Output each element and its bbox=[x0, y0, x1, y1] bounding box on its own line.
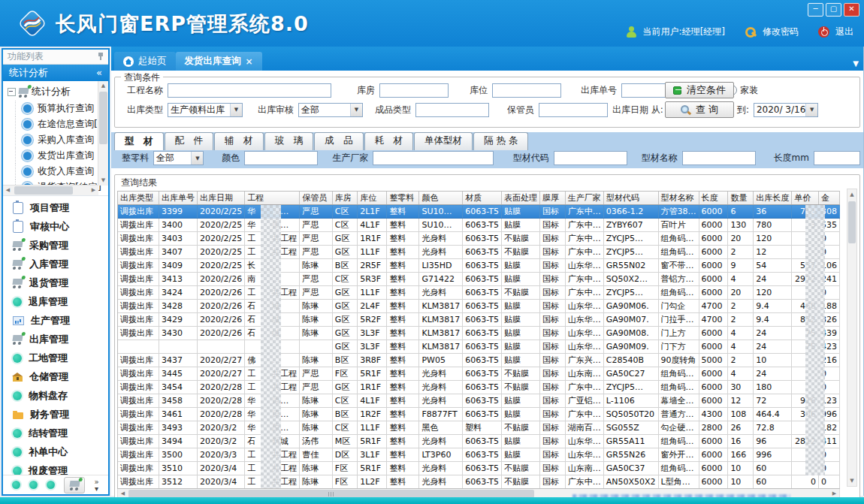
material-tab[interactable]: 耗 材 bbox=[364, 132, 414, 150]
collapse-icon[interactable]: « bbox=[96, 65, 102, 81]
scroll-left-icon[interactable]: ◀ bbox=[3, 186, 13, 195]
column-header[interactable]: 保管员 bbox=[300, 192, 333, 205]
material-tab[interactable]: 成 品 bbox=[314, 132, 364, 150]
table-row[interactable]: 调拨出库34612020/2/28华原…陈琳B区1R2F整料F8877FT606… bbox=[118, 408, 840, 421]
logout-link[interactable]: 退出 bbox=[835, 26, 853, 38]
scrollbar-thumb[interactable] bbox=[99, 92, 107, 144]
table-row[interactable]: 调拨出库34942020/3/2石辉城汤伟M区5R1F整料光身料6063-T5贴… bbox=[118, 435, 840, 448]
change-password-link[interactable]: 修改密码 bbox=[763, 26, 799, 38]
column-header[interactable]: 生产厂家 bbox=[565, 192, 603, 205]
scroll-up-icon[interactable]: ▲ bbox=[98, 81, 108, 91]
sidebar-item[interactable]: 采购管理 bbox=[3, 236, 108, 255]
menu-overflow-button[interactable]: »▾ bbox=[94, 478, 98, 492]
table-row[interactable]: 调拨出库34292020/2/26石城陈琳G区5R2F整料KLM38176063… bbox=[118, 313, 840, 327]
profile-name-input[interactable] bbox=[682, 151, 756, 165]
table-row[interactable]: 调拨出库34242020/2/26工共工程严思G区1L1F整料光身料6063-T… bbox=[118, 286, 840, 300]
scroll-right-icon[interactable]: ▶ bbox=[89, 186, 98, 195]
tab-shipment-query[interactable]: 发货出库查询 × bbox=[176, 52, 262, 71]
sidebar-item[interactable]: 出库管理 bbox=[3, 330, 108, 349]
tree-root-node[interactable]: 统计分析 bbox=[8, 84, 108, 99]
table-row[interactable]: 调拨出库35102020/3/4工共工程陈琳F区5R1F整料光身料6063-T5… bbox=[118, 462, 840, 475]
scroll-up-icon[interactable]: ▲ bbox=[847, 189, 856, 200]
product-type-input[interactable] bbox=[415, 103, 489, 117]
material-tab[interactable]: 单体型材 bbox=[414, 132, 473, 150]
sidebar-item[interactable]: 项目管理 bbox=[3, 198, 108, 217]
material-tab[interactable]: 配 件 bbox=[165, 132, 214, 150]
module-dot-icon[interactable] bbox=[29, 481, 38, 489]
whole-piece-select[interactable]: 全部▼ bbox=[153, 151, 204, 165]
module-cart-button[interactable] bbox=[64, 477, 85, 493]
outbound-audit-select[interactable]: 全部▼ bbox=[298, 103, 363, 117]
keeper-input[interactable] bbox=[539, 103, 608, 117]
length-input[interactable] bbox=[814, 151, 860, 165]
location-input[interactable] bbox=[492, 83, 561, 98]
tree-expander-icon[interactable] bbox=[8, 88, 16, 96]
table-row[interactable]: 调拨出库34092020/2/25长…陈琳B区2R5F整料LI35HD6063-… bbox=[118, 259, 840, 273]
table-row[interactable]: G区3L3F整料KLM38176063-T5贴膜国标山东华…GA90M09.门下… bbox=[118, 340, 840, 354]
search-button[interactable]: 查 询 bbox=[665, 101, 734, 118]
column-header[interactable]: 长度 bbox=[699, 192, 728, 205]
clear-conditions-button[interactable]: 清空条件 bbox=[665, 82, 734, 98]
tree-item[interactable]: 退库管理[待定 bbox=[15, 195, 108, 196]
pin-icon[interactable] bbox=[98, 53, 104, 60]
sidebar-item[interactable]: 结转管理 bbox=[3, 424, 108, 442]
module-dot-icon[interactable] bbox=[12, 481, 20, 489]
column-header[interactable]: 单价 bbox=[792, 192, 819, 205]
date-to-select[interactable]: 2020/ 3/16▼ bbox=[754, 103, 818, 117]
module-dot-icon[interactable] bbox=[47, 481, 55, 489]
project-name-input[interactable] bbox=[168, 83, 331, 98]
tree-item[interactable]: 在途信息查询[待 bbox=[15, 116, 108, 132]
minimize-button[interactable]: ─ bbox=[808, 3, 823, 17]
scrollbar-thumb[interactable] bbox=[848, 201, 856, 243]
tree-item[interactable]: 采购入库查询 bbox=[15, 132, 108, 148]
column-header[interactable]: 材质 bbox=[463, 192, 502, 205]
tree-item[interactable]: 预算执行查询 bbox=[15, 101, 108, 116]
column-header[interactable]: 出库日期 bbox=[197, 192, 244, 205]
column-header[interactable]: 金 bbox=[818, 192, 839, 205]
sidebar-item[interactable]: 生产管理 bbox=[3, 311, 108, 330]
column-header[interactable]: 颜色 bbox=[419, 192, 463, 205]
table-row[interactable]: 调拨出库34372020/2/27佛…陈琳B区3R8F整料PW056063-T5… bbox=[118, 354, 840, 367]
column-header[interactable]: 库位 bbox=[358, 192, 387, 205]
table-row[interactable]: 调拨出库35002020/3/3工共工程曹佳D区3L1F整料LT3P606063… bbox=[118, 448, 840, 462]
table-row[interactable]: 调拨出库34132020/2/26南…严思C区5R3F整料G714226063-… bbox=[118, 273, 840, 286]
sidebar-section-header[interactable]: 统计分析 « bbox=[3, 65, 108, 81]
column-header[interactable]: 工程 bbox=[245, 192, 300, 205]
column-header[interactable]: 膜厚 bbox=[539, 192, 565, 205]
column-header[interactable]: 出库单号 bbox=[159, 192, 197, 205]
table-row[interactable]: 调拨出库34582020/2/28华原…陈琳C区4L1F整料光身料6063-T5… bbox=[118, 394, 840, 408]
scroll-down-icon[interactable]: ▼ bbox=[847, 475, 856, 486]
warehouse-input[interactable] bbox=[379, 83, 449, 98]
sidebar-item[interactable]: 物料盘存 bbox=[3, 386, 108, 405]
sidebar-item[interactable]: 入库管理 bbox=[3, 255, 108, 273]
material-tab[interactable]: 辅 材 bbox=[214, 132, 264, 150]
column-header[interactable]: 库房 bbox=[332, 192, 357, 205]
manufacturer-input[interactable] bbox=[373, 151, 494, 165]
material-tab[interactable]: 型 材 bbox=[114, 132, 164, 150]
table-row[interactable]: 调拨出库34282020/2/26石城陈琳G区2L4F整料KLM38176063… bbox=[118, 300, 840, 313]
tab-home[interactable]: 起始页 bbox=[114, 52, 176, 71]
close-button[interactable]: ✕ bbox=[844, 3, 859, 17]
table-row[interactable]: 调拨出库35122020/3/4工共工程陈琳F区1L2F整料光身料6063-T5… bbox=[118, 475, 840, 489]
tree-item[interactable]: 发货出库查询 bbox=[15, 148, 108, 164]
sidebar-item[interactable]: 退库管理 bbox=[3, 292, 108, 311]
table-row[interactable]: 调拨出库34002020/2/25华原…严思C区4L1F整料SU10…6063-… bbox=[118, 219, 840, 232]
column-header[interactable]: 型材名称 bbox=[658, 192, 699, 205]
sidebar-item[interactable]: 财务管理 bbox=[3, 405, 108, 424]
color-input[interactable] bbox=[244, 151, 318, 165]
table-row[interactable]: 调拨出库34932020/3/2华原…陈琳C区1L1F整料黑色塑料不贴膜国标湖南… bbox=[118, 421, 840, 435]
sidebar-item[interactable]: 补单中心 bbox=[3, 442, 108, 461]
profile-code-input[interactable] bbox=[554, 151, 627, 165]
table-row[interactable]: 调拨出库33992020/2/25华原…严思C区2L1F整料SU10…6063-… bbox=[118, 205, 840, 219]
sidebar-item[interactable]: 退货管理 bbox=[3, 273, 108, 292]
tree-item[interactable]: 收货入库查询 bbox=[15, 164, 108, 180]
sidebar-item[interactable]: 审核中心 bbox=[3, 217, 108, 236]
tree-vertical-scrollbar[interactable]: ▲ ▼ bbox=[98, 81, 108, 186]
scrollbar-thumb[interactable] bbox=[14, 186, 73, 195]
table-row[interactable]: 调拨出库34032020/2/25工共工程严思G区1R1F整料光身料6063-T… bbox=[118, 232, 840, 246]
column-header[interactable]: 表面处理 bbox=[501, 192, 539, 205]
material-tab[interactable]: 隔 热 条 bbox=[473, 132, 528, 150]
table-row[interactable]: 调拨出库34072020/2/25工共工程严思G区1L1F整料光身料6063-T… bbox=[118, 246, 840, 259]
tab-overflow-icon[interactable]: ▼ bbox=[853, 59, 859, 68]
scroll-down-icon[interactable]: ▼ bbox=[98, 176, 108, 186]
